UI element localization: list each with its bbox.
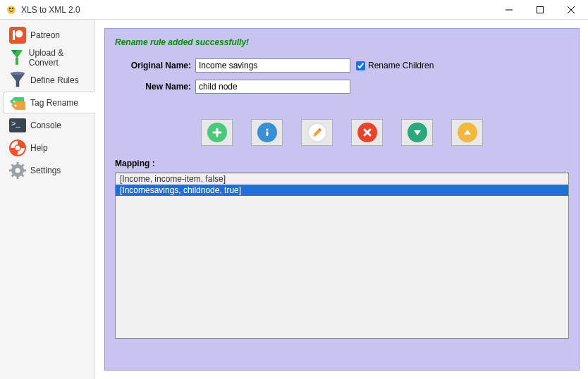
- funnel-icon: [8, 71, 27, 89]
- sidebar-item-label: Upload & Convert: [29, 48, 90, 68]
- titlebar: XLS to XML 2.0: [0, 0, 588, 20]
- maximize-button[interactable]: [525, 1, 556, 19]
- add-button[interactable]: [201, 119, 233, 146]
- tag-rename-panel: Rename rule added successfully! Original…: [104, 28, 580, 371]
- move-up-button[interactable]: [451, 119, 483, 146]
- minimize-button[interactable]: [494, 1, 525, 19]
- sidebar-item-label: Help: [30, 143, 48, 153]
- svg-point-13: [15, 104, 17, 106]
- info-button[interactable]: [251, 119, 283, 146]
- mapping-row[interactable]: [Income, income-item, false]: [116, 173, 568, 185]
- sidebar-item-define-rules[interactable]: Define Rules: [3, 69, 94, 91]
- rename-children-checkbox[interactable]: [356, 61, 365, 70]
- sidebar-item-label: Settings: [30, 166, 61, 175]
- gear-icon: [8, 161, 27, 180]
- svg-point-19: [16, 168, 20, 173]
- status-message: Rename rule added successfully!: [115, 37, 569, 47]
- original-name-label: Original Name:: [115, 61, 195, 70]
- svg-rect-20: [17, 162, 19, 165]
- svg-point-17: [15, 145, 20, 151]
- close-icon: [357, 123, 377, 142]
- original-name-input[interactable]: [195, 58, 350, 73]
- sidebar-item-settings[interactable]: Settings: [3, 159, 94, 181]
- pencil-icon: [307, 123, 327, 142]
- console-icon: >_: [8, 116, 27, 135]
- mapping-row[interactable]: [Incomesavings, childnode, true]: [116, 185, 568, 196]
- rename-children-label: Rename Children: [368, 61, 434, 70]
- sidebar-item-label: Patreon: [30, 30, 60, 40]
- plus-icon: [207, 123, 227, 142]
- svg-rect-21: [17, 176, 19, 179]
- tag-icon: [8, 94, 27, 112]
- svg-point-2: [12, 7, 13, 8]
- new-name-label: New Name:: [115, 82, 195, 92]
- mapping-list[interactable]: [Income, income-item, false] [Incomesavi…: [115, 173, 569, 339]
- edit-button[interactable]: [301, 119, 333, 146]
- svg-point-11: [11, 71, 25, 74]
- move-down-button[interactable]: [401, 119, 433, 146]
- svg-rect-4: [537, 6, 544, 13]
- sidebar-item-label: Define Rules: [30, 75, 79, 85]
- main-content: Rename rule added successfully! Original…: [94, 20, 588, 379]
- sidebar: Patreon Upload & Convert Define Rules Ta…: [0, 20, 94, 379]
- delete-button[interactable]: [351, 119, 383, 146]
- toolbar: [115, 119, 569, 146]
- svg-point-1: [9, 7, 11, 8]
- info-icon: [257, 123, 277, 142]
- sidebar-item-patreon[interactable]: Patreon: [3, 24, 94, 46]
- new-name-input[interactable]: [195, 80, 350, 94]
- svg-rect-31: [266, 132, 268, 137]
- sidebar-item-label: Console: [30, 120, 61, 130]
- svg-rect-22: [9, 169, 12, 171]
- sidebar-item-tag-rename[interactable]: Tag Rename: [3, 92, 94, 113]
- svg-point-30: [266, 128, 268, 130]
- chevron-up-icon: [458, 123, 477, 142]
- svg-rect-10: [16, 58, 18, 65]
- window-title: XLS to XML 2.0: [21, 5, 494, 15]
- help-icon: [8, 139, 27, 157]
- upload-icon: [8, 49, 26, 67]
- svg-point-8: [16, 30, 23, 37]
- close-button[interactable]: [556, 1, 587, 19]
- sidebar-item-upload[interactable]: Upload & Convert: [3, 46, 94, 68]
- mapping-label: Mapping :: [115, 159, 569, 168]
- svg-text:>_: >_: [11, 119, 20, 128]
- app-icon: [6, 4, 17, 15]
- sidebar-item-label: Tag Rename: [30, 98, 78, 108]
- sidebar-item-help[interactable]: Help: [3, 137, 94, 159]
- svg-point-0: [7, 6, 16, 14]
- sidebar-item-console[interactable]: >_ Console: [3, 114, 94, 136]
- patreon-icon: [8, 26, 27, 44]
- svg-rect-23: [23, 169, 26, 171]
- svg-rect-9: [13, 30, 15, 40]
- chevron-down-icon: [408, 123, 427, 142]
